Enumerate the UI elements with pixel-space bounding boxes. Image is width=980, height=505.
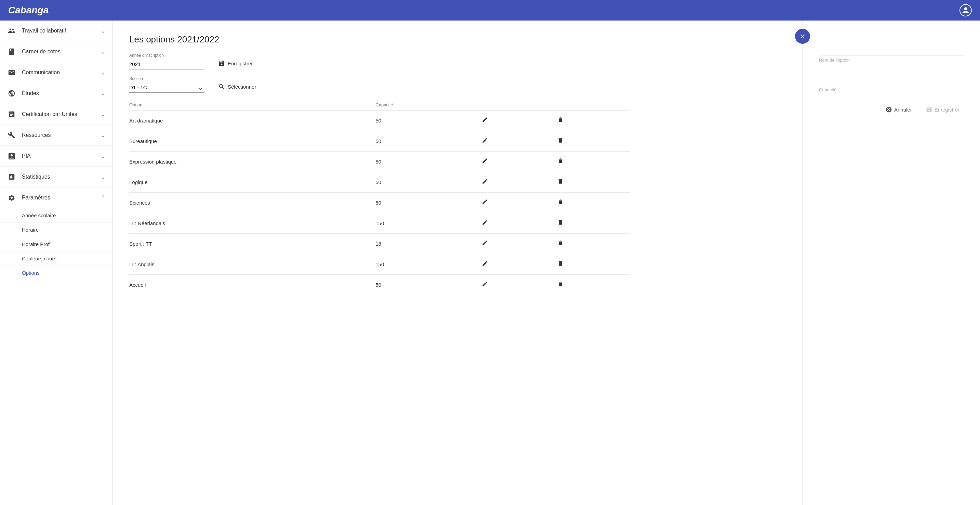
delete-button[interactable] <box>555 280 566 290</box>
sidebar-subitem-horaire[interactable]: Horaire <box>0 223 113 237</box>
edit-button[interactable] <box>479 115 491 126</box>
email-icon <box>7 68 16 77</box>
sidebar-item-certification[interactable]: Certification par Unités ⌄ <box>0 104 113 125</box>
chevron-down-icon: ⌄ <box>100 90 106 97</box>
section-form-group: Section D1 - 1C D1 - 2C D2 - 1C D2 - 2C … <box>129 76 204 93</box>
capacite-cell: 50 <box>375 275 479 295</box>
sidebar-subitem-couleurs-cours[interactable]: Couleurs cours <box>0 252 113 266</box>
sidebar-subitem-annee-scolaire[interactable]: Année scolaire <box>0 209 113 223</box>
table-row: Sciences 50 <box>129 193 630 213</box>
edit-button[interactable] <box>479 280 491 290</box>
sidebar-label-ressources: Ressources <box>22 132 51 138</box>
sidebar-item-communication[interactable]: Communication ⌄ <box>0 62 113 83</box>
chevron-up-icon: ⌃ <box>100 194 106 202</box>
edit-button[interactable] <box>479 259 491 269</box>
sidebar-item-pia[interactable]: PIA ⌄ <box>0 146 113 167</box>
avatar-button[interactable] <box>959 4 972 16</box>
trash-icon <box>557 117 563 123</box>
sidebar-label-communication: Communication <box>22 70 60 76</box>
close-panel-button[interactable] <box>795 29 810 44</box>
option-cell: Sport : TT <box>129 234 375 254</box>
pencil-icon <box>482 281 488 287</box>
sidebar-item-travail-collaboratif[interactable]: Travail collaboratif ⌄ <box>0 21 113 41</box>
book-icon <box>7 47 16 56</box>
delete-button[interactable] <box>555 136 566 147</box>
nom-option-placeholder-label: Nom de l'option <box>819 57 964 63</box>
capacite-cell: 50 <box>375 131 479 151</box>
delete-button[interactable] <box>555 115 566 126</box>
col-option-header: Option <box>129 100 375 110</box>
parametres-subitems: Année scolaire Horaire Horaire Prof Coul… <box>0 209 113 283</box>
capacite-cell: 50 <box>375 151 479 172</box>
capacite-cell: 50 <box>375 193 479 213</box>
header: Cabanga <box>0 0 980 21</box>
edit-button[interactable] <box>479 198 491 208</box>
enregistrer-button[interactable]: Enregistrer <box>213 57 258 70</box>
capacite-placeholder-label: Capacité <box>819 87 964 92</box>
sidebar-item-carnet-de-cotes[interactable]: Carnet de cotes ⌄ <box>0 41 113 62</box>
trash-icon <box>557 281 563 287</box>
close-icon <box>799 33 806 40</box>
sidebar-label-carnet-de-cotes: Carnet de cotes <box>22 49 60 55</box>
delete-button[interactable] <box>555 239 566 249</box>
table-row: Logique 50 <box>129 172 630 193</box>
edit-button[interactable] <box>479 156 491 167</box>
gear-icon <box>7 193 16 202</box>
trash-icon <box>557 240 563 246</box>
save-icon <box>218 60 225 67</box>
delete-button[interactable] <box>555 177 566 188</box>
table-row: Bureautique 50 <box>129 131 630 151</box>
panel-enregistrer-button[interactable]: Enregistrer <box>921 104 964 116</box>
sidebar-item-statistiques[interactable]: Statistiques ⌄ <box>0 167 113 188</box>
sidebar-label-parametres: Paramètres <box>22 195 50 201</box>
delete-button[interactable] <box>555 218 566 229</box>
sidebar-subitem-options[interactable]: Options <box>0 266 113 280</box>
selectionner-button[interactable]: Sélectionner <box>213 80 262 93</box>
sidebar-item-parametres[interactable]: Paramètres ⌃ <box>0 188 113 209</box>
logo: Cabanga <box>8 5 49 16</box>
capacite-cell: 150 <box>375 254 479 275</box>
edit-button[interactable] <box>479 239 491 249</box>
annee-input[interactable] <box>129 59 204 70</box>
pencil-icon <box>482 178 488 185</box>
cancel-circle-icon <box>885 106 892 113</box>
edit-button[interactable] <box>479 177 491 188</box>
option-cell: Expression plastique <box>129 151 375 172</box>
chevron-down-icon: ⌄ <box>100 48 106 56</box>
sidebar: Travail collaboratif ⌄ Carnet de cotes ⌄… <box>0 21 113 505</box>
delete-button[interactable] <box>555 156 566 167</box>
chevron-down-icon: ⌄ <box>100 69 106 76</box>
option-cell: Art dramatique <box>129 110 375 131</box>
option-cell: Sciences <box>129 193 375 213</box>
trash-icon <box>557 219 563 225</box>
main-content: Les options 2021/2022 Année d'inscriptio… <box>113 21 980 505</box>
section-select[interactable]: D1 - 1C D1 - 2C D2 - 1C D2 - 2C <box>129 83 204 93</box>
option-cell: Accueil <box>129 275 375 295</box>
table-row: LI : Anglais 150 <box>129 254 630 275</box>
capacite-input[interactable] <box>819 73 964 85</box>
delete-button[interactable] <box>555 198 566 208</box>
nom-option-input[interactable] <box>819 44 964 56</box>
table-row: LI : Néerlandais 150 <box>129 213 630 234</box>
pencil-icon <box>482 219 488 225</box>
edit-button[interactable] <box>479 136 491 147</box>
table-row: Expression plastique 50 <box>129 151 630 172</box>
annuler-button[interactable]: Annuler <box>881 104 916 116</box>
capacite-cell: 18 <box>375 234 479 254</box>
panel-actions: Annuler Enregistrer <box>819 104 964 116</box>
option-cell: LI : Néerlandais <box>129 213 375 234</box>
sidebar-subitem-horaire-prof[interactable]: Horaire Prof <box>0 237 113 252</box>
capacite-cell: 150 <box>375 213 479 234</box>
chevron-down-icon: ⌄ <box>100 131 106 139</box>
pencil-icon <box>482 117 488 123</box>
pencil-icon <box>482 240 488 246</box>
people-icon <box>7 26 16 36</box>
person-badge-icon <box>7 89 16 98</box>
sidebar-item-etudes[interactable]: Études ⌄ <box>0 83 113 104</box>
sidebar-item-ressources[interactable]: Ressources ⌄ <box>0 125 113 146</box>
options-table: Option Capacité Art dramatique 50 <box>129 100 630 295</box>
edit-button[interactable] <box>479 218 491 229</box>
sidebar-label-statistiques: Statistiques <box>22 174 50 180</box>
chart-icon <box>7 172 16 182</box>
delete-button[interactable] <box>555 259 566 269</box>
